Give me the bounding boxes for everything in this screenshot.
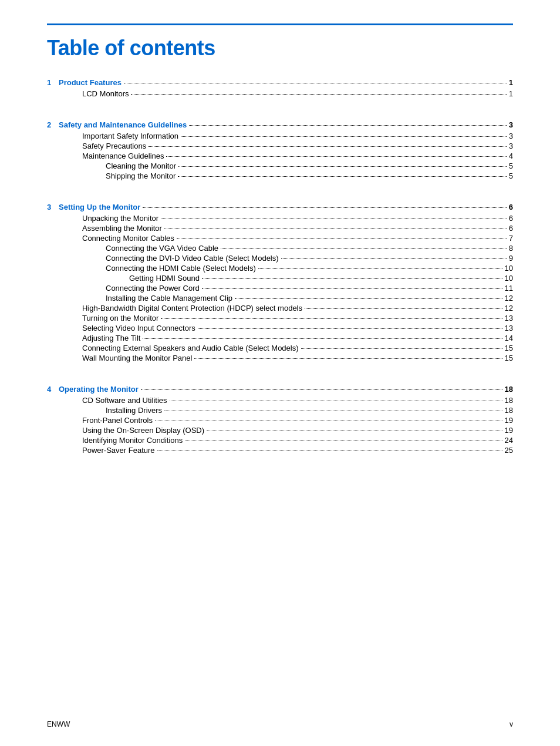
entry-dots-2-2: [149, 146, 507, 147]
chapter-num-4: 4: [47, 385, 56, 394]
entry-dots-2-1: [181, 136, 507, 137]
chapter-row-1[interactable]: 1Product Features1: [47, 78, 513, 87]
entry-dots-3-9: [235, 298, 502, 299]
toc-entry-1-1[interactable]: LCD Monitors1: [47, 89, 513, 98]
entry-page-3-11: 13: [505, 314, 513, 322]
entry-page-3-3: 7: [509, 234, 513, 243]
entry-page-2-3: 4: [509, 152, 513, 160]
toc-entry-2-2[interactable]: Safety Precautions3: [47, 142, 513, 150]
entry-page-4-5: 24: [505, 436, 513, 445]
entry-dots-3-10: [305, 308, 502, 309]
toc-entry-3-13[interactable]: Adjusting The Tilt14: [47, 334, 513, 342]
entry-page-3-14: 15: [505, 344, 513, 352]
toc-entry-2-5[interactable]: Shipping the Monitor5: [47, 172, 513, 180]
toc-chapter-4: 4Operating the Monitor18CD Software and …: [47, 385, 513, 455]
entry-title-2-2: Safety Precautions: [82, 142, 146, 150]
entry-dots-4-5: [185, 441, 502, 441]
entry-title-4-1: CD Software and Utilities: [82, 396, 167, 405]
entry-dots-3-12: [198, 328, 502, 329]
toc-entry-2-3[interactable]: Maintenance Guidelines4: [47, 152, 513, 160]
entry-title-4-3: Front-Panel Controls: [82, 416, 153, 425]
chapter-dots-4: [141, 389, 502, 390]
entry-page-2-2: 3: [509, 142, 513, 150]
entry-dots-3-2: [164, 228, 507, 229]
toc-entry-3-11[interactable]: Turning on the Monitor13: [47, 314, 513, 322]
toc-entry-4-3[interactable]: Front-Panel Controls19: [47, 416, 513, 425]
entry-title-3-14: Connecting External Speakers and Audio C…: [82, 344, 299, 352]
entry-dots-3-8: [202, 288, 502, 289]
entry-dots-2-4: [178, 166, 507, 167]
entry-dots-3-13: [143, 338, 502, 339]
page: Table of contents 1Product Features1LCD …: [0, 0, 560, 746]
toc-entry-2-4[interactable]: Cleaning the Monitor5: [47, 162, 513, 170]
toc-entry-2-1[interactable]: Important Safety Information3: [47, 132, 513, 140]
entry-title-4-2: Installing Drivers: [106, 406, 162, 415]
page-title: Table of contents: [47, 36, 513, 61]
entry-page-1-1: 1: [509, 89, 513, 98]
entry-page-4-2: 18: [505, 406, 513, 415]
toc-entry-3-8[interactable]: Connecting the Power Cord11: [47, 284, 513, 293]
entry-page-4-6: 25: [505, 446, 513, 455]
entry-title-1-1: LCD Monitors: [82, 89, 129, 98]
entry-page-3-6: 10: [505, 264, 513, 273]
toc-entry-4-1[interactable]: CD Software and Utilities18: [47, 396, 513, 405]
entry-page-3-13: 14: [505, 334, 513, 342]
toc-entry-3-12[interactable]: Selecting Video Input Connectors13: [47, 324, 513, 332]
toc-chapter-1: 1Product Features1LCD Monitors1: [47, 78, 513, 98]
entry-page-4-3: 19: [505, 416, 513, 425]
entry-title-2-1: Important Safety Information: [82, 132, 178, 140]
entry-dots-4-6: [157, 451, 502, 451]
chapter-title-1: Product Features: [59, 78, 122, 87]
footer-right: v: [510, 720, 513, 728]
toc-entry-4-4[interactable]: Using the On-Screen Display (OSD)19: [47, 426, 513, 435]
entry-title-3-15: Wall Mounting the Monitor Panel: [82, 354, 192, 362]
toc-entry-3-4[interactable]: Connecting the VGA Video Cable8: [47, 244, 513, 253]
chapter-row-3[interactable]: 3Setting Up the Monitor6: [47, 203, 513, 211]
toc-entry-3-6[interactable]: Connecting the HDMI Cable (Select Models…: [47, 264, 513, 273]
chapter-row-4[interactable]: 4Operating the Monitor18: [47, 385, 513, 394]
entry-dots-3-6: [258, 268, 502, 269]
chapter-row-2[interactable]: 2Safety and Maintenance Guidelines3: [47, 120, 513, 129]
entry-title-2-3: Maintenance Guidelines: [82, 152, 164, 160]
toc-entry-4-5[interactable]: Identifying Monitor Conditions24: [47, 436, 513, 445]
entry-title-3-2: Assembling the Monitor: [82, 224, 162, 233]
footer: ENWW v: [47, 720, 513, 728]
chapter-dots-2: [189, 125, 507, 126]
chapter-page-1: 1: [509, 78, 513, 87]
top-rule: [47, 23, 513, 25]
entry-page-3-12: 13: [505, 324, 513, 332]
entry-dots-2-5: [178, 176, 507, 177]
toc-entry-3-3[interactable]: Connecting Monitor Cables7: [47, 234, 513, 243]
entry-dots-3-5: [281, 258, 507, 259]
chapter-num-2: 2: [47, 120, 56, 129]
chapter-num-1: 1: [47, 78, 56, 87]
entry-dots-3-4: [221, 248, 507, 249]
toc-entry-3-14[interactable]: Connecting External Speakers and Audio C…: [47, 344, 513, 352]
toc-entry-3-9[interactable]: Installing the Cable Management Clip12: [47, 294, 513, 303]
entry-dots-4-4: [207, 431, 502, 431]
entry-page-3-2: 6: [509, 224, 513, 233]
chapter-dots-3: [143, 207, 506, 208]
entry-page-3-4: 8: [509, 244, 513, 253]
toc-entry-4-2[interactable]: Installing Drivers18: [47, 406, 513, 415]
entry-dots-1-1: [131, 94, 506, 95]
entry-title-2-4: Cleaning the Monitor: [106, 162, 176, 170]
entry-dots-4-1: [170, 401, 502, 401]
entry-title-3-5: Connecting the DVI-D Video Cable (Select…: [106, 254, 279, 263]
entry-page-2-1: 3: [509, 132, 513, 140]
toc-entry-3-1[interactable]: Unpacking the Monitor6: [47, 214, 513, 223]
entry-page-3-5: 9: [509, 254, 513, 263]
toc-entry-3-7[interactable]: Getting HDMI Sound10: [47, 274, 513, 283]
toc-entry-3-2[interactable]: Assembling the Monitor6: [47, 224, 513, 233]
entry-title-4-6: Power-Saver Feature: [82, 446, 155, 455]
entry-page-3-7: 10: [505, 274, 513, 283]
toc-entry-4-6[interactable]: Power-Saver Feature25: [47, 446, 513, 455]
entry-page-3-15: 15: [505, 354, 513, 362]
entry-title-3-13: Adjusting The Tilt: [82, 334, 140, 342]
entry-page-4-4: 19: [505, 426, 513, 435]
toc-entry-3-10[interactable]: High-Bandwidth Digital Content Protectio…: [47, 304, 513, 312]
toc-entry-3-5[interactable]: Connecting the DVI-D Video Cable (Select…: [47, 254, 513, 263]
toc-entry-3-15[interactable]: Wall Mounting the Monitor Panel15: [47, 354, 513, 362]
entry-title-3-3: Connecting Monitor Cables: [82, 234, 174, 243]
entry-title-3-1: Unpacking the Monitor: [82, 214, 158, 223]
